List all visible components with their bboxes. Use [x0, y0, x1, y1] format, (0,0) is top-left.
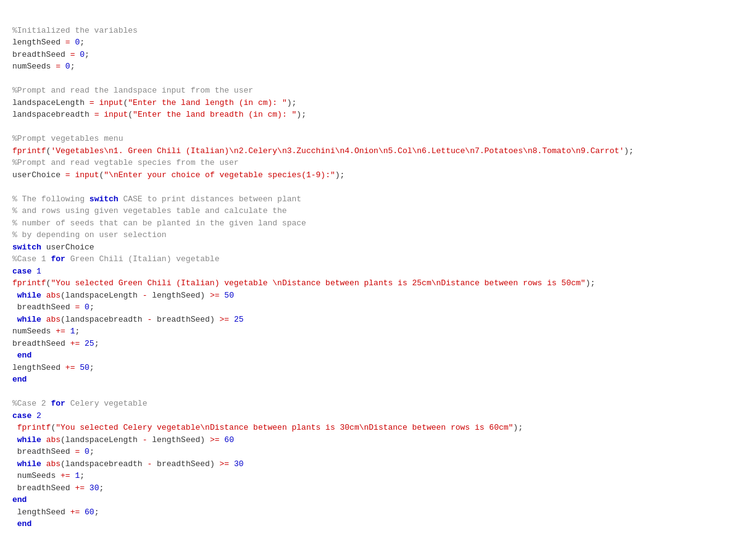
- comment-1: %Initialized the variables: [12, 26, 138, 35]
- code-editor: %Initialized the variables lengthSeed = …: [12, 12, 727, 530]
